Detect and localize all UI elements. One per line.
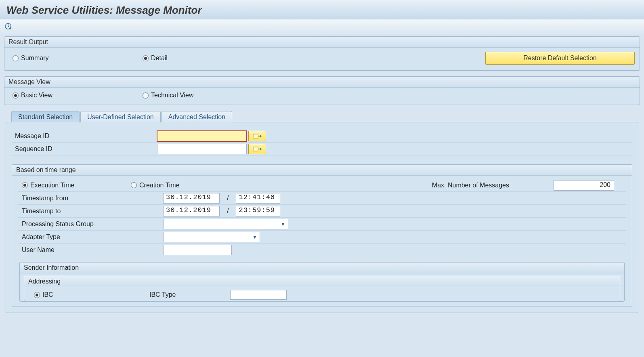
timestamp-from-date-input[interactable]: 30.12.2019 — [163, 193, 220, 204]
timestamp-from-label: Timestamp from — [18, 195, 163, 202]
user-name-label: User Name — [18, 246, 163, 254]
sequence-id-input[interactable] — [157, 144, 247, 154]
title-bar: Web Service Utilities: Message Monitor — [0, 0, 644, 19]
basic-view-radio[interactable]: Basic View — [9, 92, 143, 99]
page-title: Web Service Utilities: Message Monitor — [6, 4, 638, 17]
timestamp-to-label: Timestamp to — [18, 208, 163, 215]
tab-advanced-selection[interactable]: Advanced Selection — [162, 111, 232, 122]
sender-information-title: Sender Information — [20, 262, 624, 273]
max-messages-input[interactable]: 200 — [554, 180, 614, 191]
processing-status-group-label: Processing Status Group — [18, 220, 163, 228]
separator: / — [227, 195, 229, 202]
addressing-panel: Addressing IBC — [24, 276, 620, 301]
addressing-title: Addressing — [24, 276, 620, 287]
tab-standard-selection[interactable]: Standard Selection — [11, 111, 80, 122]
sender-information-panel: Sender Information Addressing — [19, 262, 625, 302]
tab-body: Message ID Sequence ID — [6, 122, 638, 313]
result-output-title: Result Output — [4, 37, 640, 48]
radio-icon — [143, 92, 149, 99]
sequence-id-multiselect-button[interactable] — [248, 144, 266, 154]
ibc-radio[interactable]: IBC — [34, 291, 149, 298]
max-messages-label: Max. Number of Messages — [432, 182, 509, 189]
restore-default-button[interactable]: Restore Default Selection — [485, 52, 635, 65]
creation-time-radio[interactable]: Creation Time — [131, 182, 180, 189]
message-view-title: Message View — [4, 77, 640, 88]
user-name-input[interactable] — [163, 245, 232, 255]
timestamp-to-date-input[interactable]: 30.12.2019 — [163, 206, 220, 216]
separator: / — [227, 208, 229, 215]
adapter-type-label: Adapter Type — [18, 233, 163, 241]
chevron-down-icon: ▼ — [281, 221, 285, 227]
radio-icon — [13, 92, 19, 99]
tab-user-defined-selection[interactable]: User-Defined Selection — [80, 111, 161, 122]
technical-view-label: Technical View — [151, 92, 194, 99]
timestamp-to-time-input[interactable]: 23:59:59 — [236, 206, 280, 216]
message-id-multiselect-button[interactable] — [248, 131, 266, 141]
time-range-panel: Based on time range Execution Time — [12, 164, 632, 307]
detail-label: Detail — [151, 55, 168, 62]
svg-rect-2 — [253, 147, 258, 151]
adapter-type-dropdown[interactable]: ▼ — [163, 232, 260, 242]
execute-icon[interactable] — [4, 22, 12, 30]
message-view-panel: Message View Basic View Technical View — [4, 76, 640, 105]
radio-icon — [22, 182, 28, 188]
detail-radio[interactable]: Detail — [143, 55, 168, 62]
summary-label: Summary — [21, 55, 48, 62]
processing-status-group-dropdown[interactable]: ▼ — [163, 219, 288, 229]
execution-time-radio[interactable]: Execution Time — [22, 182, 74, 189]
radio-icon — [131, 182, 137, 188]
sequence-id-label: Sequence ID — [12, 145, 157, 153]
summary-radio[interactable]: Summary — [9, 55, 143, 62]
radio-icon — [143, 55, 149, 61]
message-id-input[interactable] — [157, 131, 247, 141]
ibc-type-input[interactable] — [230, 290, 287, 300]
tab-row: Standard Selection User-Defined Selectio… — [4, 111, 640, 122]
message-id-label: Message ID — [12, 132, 157, 140]
time-range-title: Based on time range — [12, 165, 632, 176]
technical-view-radio[interactable]: Technical View — [143, 92, 194, 99]
result-output-panel: Result Output Summary Detail Restore Def… — [4, 36, 640, 71]
chevron-down-icon: ▼ — [252, 234, 257, 240]
radio-icon — [13, 55, 19, 61]
radio-icon — [34, 292, 40, 298]
svg-rect-1 — [253, 134, 258, 138]
creation-time-label: Creation Time — [139, 182, 180, 189]
ibc-label: IBC — [42, 291, 53, 298]
timestamp-from-time-input[interactable]: 12:41:40 — [236, 193, 280, 204]
toolbar — [0, 19, 644, 33]
basic-view-label: Basic View — [21, 92, 52, 99]
execution-time-label: Execution Time — [30, 182, 74, 189]
ibc-type-label: IBC Type — [149, 291, 230, 298]
